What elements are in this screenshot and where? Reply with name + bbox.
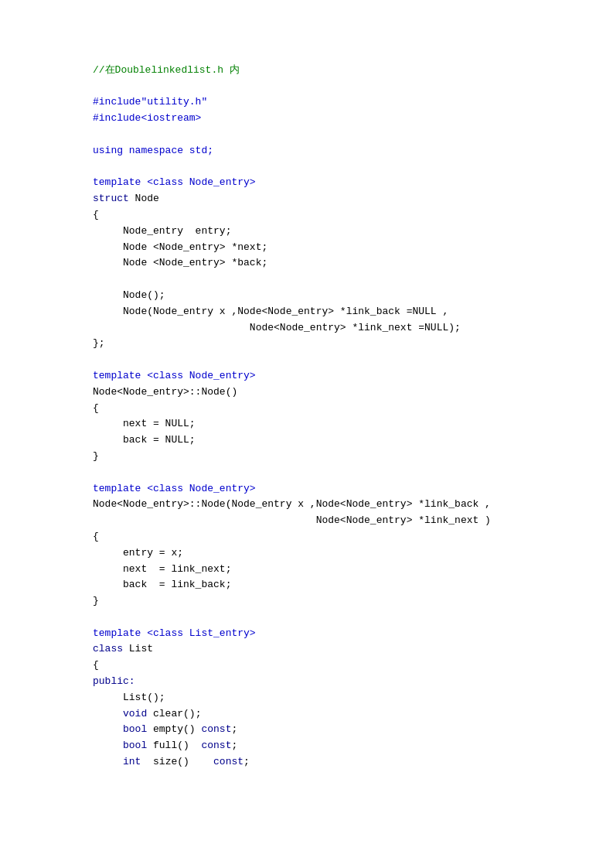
code-line — [93, 127, 582, 143]
code-line — [93, 272, 582, 288]
code-line: #include<iostream> — [93, 111, 582, 127]
code-line: struct Node — [93, 191, 582, 207]
code-token: ; — [231, 723, 237, 735]
code-token: next = link_next; — [93, 563, 231, 575]
code-line — [93, 610, 582, 626]
code-token: ; — [231, 740, 237, 751]
code-line: back = link_back; — [93, 577, 582, 593]
code-token: const — [201, 723, 231, 735]
code-token: template <class List_entry> — [93, 627, 256, 639]
code-line: { — [93, 529, 582, 545]
code-token: Node(); — [93, 289, 165, 301]
code-line: public: — [93, 674, 582, 690]
code-line: template <class Node_entry> — [93, 175, 582, 191]
code-display: //在Doublelinkedlist.h 内 #include"utility… — [93, 46, 582, 771]
code-line: List(); — [93, 690, 582, 706]
code-line: Node(); — [93, 288, 582, 304]
code-token: Node <Node_entry> *back; — [93, 257, 267, 268]
code-line: Node<Node_entry>::Node(Node_entry x ,Nod… — [93, 497, 582, 513]
code-token: { — [93, 531, 99, 542]
code-token: public: — [93, 675, 135, 687]
code-token: template <class Node_entry> — [93, 176, 256, 188]
code-token: ; — [243, 756, 250, 767]
code-token: Node — [129, 193, 159, 204]
code-token: bool — [93, 723, 147, 735]
code-line: next = link_next; — [93, 562, 582, 578]
code-token: clear(); — [147, 708, 201, 719]
code-line: //在Doublelinkedlist.h 内 — [93, 63, 582, 79]
code-line: back = NULL; — [93, 432, 582, 449]
code-token: { — [93, 659, 99, 671]
code-line: Node <Node_entry> *back; — [93, 255, 582, 272]
code-line — [93, 79, 582, 95]
code-token: next = NULL; — [93, 418, 196, 429]
code-line: template <class Node_entry> — [93, 481, 582, 497]
code-token: class — [93, 643, 123, 654]
code-line: } — [93, 593, 582, 610]
code-token: full() — [147, 740, 201, 751]
code-line: Node<Node_entry>::Node() — [93, 384, 582, 401]
code-line: }; — [93, 336, 582, 352]
code-line: Node <Node_entry> *next; — [93, 240, 582, 256]
code-line: using namespace std; — [93, 143, 582, 159]
code-token: Node<Node_entry>::Node() — [93, 386, 237, 398]
code-line: { — [93, 401, 582, 417]
code-line: next = NULL; — [93, 416, 582, 432]
code-token: bool — [93, 740, 147, 751]
code-token: const — [201, 740, 231, 751]
code-token: //在Doublelinkedlist.h 内 — [93, 64, 240, 76]
code-token: Node <Node_entry> *next; — [93, 241, 267, 253]
code-line — [93, 465, 582, 481]
code-token: Node_entry entry; — [93, 225, 231, 237]
code-token: List — [123, 643, 153, 654]
code-line: int size() const; — [93, 754, 582, 771]
code-line: bool full() const; — [93, 738, 582, 754]
code-line: template <class List_entry> — [93, 626, 582, 642]
code-line: { — [93, 207, 582, 224]
code-line: } — [93, 449, 582, 465]
code-token: struct — [93, 193, 129, 204]
code-token: List(); — [93, 692, 165, 703]
code-token: Node<Node_entry> *link_next ) — [93, 514, 491, 526]
code-token: #include"utility.h" — [93, 96, 207, 108]
code-token: back = link_back; — [93, 579, 231, 590]
code-token: { — [93, 402, 99, 414]
code-line: Node_entry entry; — [93, 224, 582, 240]
code-token: template <class Node_entry> — [93, 370, 256, 381]
code-token: int — [93, 756, 141, 767]
code-token: }; — [93, 337, 105, 349]
code-line: { — [93, 658, 582, 674]
code-line — [93, 159, 582, 176]
code-token: empty() — [147, 723, 201, 735]
code-line: bool empty() const; — [93, 722, 582, 738]
code-token: back = NULL; — [93, 434, 196, 446]
code-line: Node<Node_entry> *link_next ) — [93, 513, 582, 529]
code-token: using namespace std; — [93, 145, 213, 156]
code-token: const — [213, 756, 243, 767]
code-line: #include"utility.h" — [93, 94, 582, 111]
code-line — [93, 352, 582, 368]
code-token: { — [93, 209, 99, 220]
code-line: template <class Node_entry> — [93, 368, 582, 384]
code-line: Node<Node_entry> *link_next =NULL); — [93, 320, 582, 337]
code-token: } — [93, 450, 99, 462]
code-token: size() — [141, 756, 213, 767]
code-token: #include<iostream> — [93, 112, 201, 124]
code-token: Node<Node_entry> *link_next =NULL); — [93, 322, 461, 333]
code-token: template <class Node_entry> — [93, 483, 256, 494]
code-token: Node(Node_entry x ,Node<Node_entry> *lin… — [93, 306, 448, 317]
code-line: class List — [93, 641, 582, 658]
code-token: entry = x; — [93, 547, 183, 559]
code-token: Node<Node_entry>::Node(Node_entry x ,Nod… — [93, 498, 491, 510]
code-line: void clear(); — [93, 706, 582, 723]
code-token: } — [93, 595, 99, 607]
code-token: void — [93, 708, 147, 719]
code-line: entry = x; — [93, 545, 582, 562]
code-line: Node(Node_entry x ,Node<Node_entry> *lin… — [93, 304, 582, 320]
